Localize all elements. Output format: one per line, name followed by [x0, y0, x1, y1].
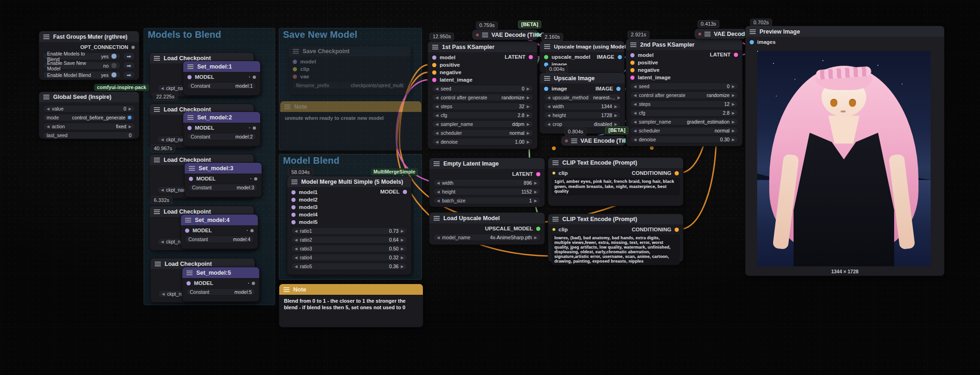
decrement-icon[interactable]: ◀ [547, 122, 550, 126]
menu-icon[interactable] [284, 106, 290, 107]
decrement-icon[interactable]: ◀ [295, 229, 297, 233]
widget-row[interactable]: ◀ width 1344 ▶ [544, 103, 621, 110]
widget-row[interactable]: ◀ ratio5 0.36 ▶ [291, 263, 407, 270]
node-header[interactable]: CLIP Text Encode (Prompt) [548, 214, 683, 224]
increment-icon[interactable]: ▶ [527, 122, 530, 126]
decrement-icon[interactable]: ◀ [295, 238, 297, 242]
increment-icon[interactable]: ▶ [732, 93, 735, 97]
increment-icon[interactable]: ▶ [401, 238, 404, 242]
input-port-dot[interactable] [291, 198, 296, 202]
decrement-icon[interactable]: ◀ [634, 102, 636, 106]
input-port-dot[interactable] [291, 220, 296, 224]
input-port-dot[interactable] [432, 63, 436, 67]
widget-row[interactable]: ◀ upscale_method nearest-... ▶ [544, 94, 621, 101]
widget-row[interactable]: ◀ sampler_name ddpm ▶ [432, 120, 533, 128]
widget-row[interactable]: ◀ scheduler normal ▶ [630, 127, 738, 134]
output-port-dot[interactable] [254, 177, 257, 181]
menu-icon[interactable] [750, 31, 756, 32]
decrement-icon[interactable]: ◀ [547, 113, 550, 118]
widget-row[interactable]: ◀ cfg 2.8 ▶ [630, 109, 738, 117]
decrement-icon[interactable]: ◀ [437, 199, 440, 203]
menu-icon[interactable] [704, 34, 711, 35]
decrement-icon[interactable]: ◀ [295, 256, 297, 260]
output-port-dot[interactable] [253, 76, 256, 79]
node-set-model-2[interactable]: Set_model:2 MODEL· Constantmodel:2 [183, 111, 261, 146]
output-port-dot[interactable] [618, 55, 622, 59]
increment-icon[interactable]: ▶ [527, 96, 530, 100]
input-port-dot[interactable] [291, 190, 296, 194]
node-header[interactable]: Upscale Image (using Model) [540, 41, 624, 52]
node-header[interactable]: Set_model:4 [181, 215, 258, 225]
decrement-icon[interactable]: ◀ [437, 190, 440, 194]
widget-row[interactable]: ◀ ratio3 0.50 ▶ [291, 245, 407, 252]
node-header[interactable]: 2nd Pass KSampler [626, 39, 742, 50]
node-clip-encode-negative[interactable]: CLIP Text Encode (Prompt) clip CONDITION… [548, 214, 683, 262]
output-port-dot[interactable] [403, 190, 407, 194]
node-header[interactable]: 1st Pass KSampler [428, 42, 537, 52]
menu-icon[interactable] [571, 140, 577, 141]
widget-row[interactable]: ◀ height 1152 ▶ [433, 188, 541, 195]
node-header[interactable]: Set_model:3 [185, 163, 262, 174]
input-port-dot[interactable] [293, 67, 297, 71]
model-input-dot[interactable] [189, 177, 193, 181]
widget-row[interactable]: ◀ width 896 ▶ [433, 179, 541, 187]
output-port-dot[interactable] [734, 53, 738, 57]
input-port-dot[interactable] [432, 70, 436, 75]
node-set-model-5[interactable]: Set_model:5 MODEL· Constantmodel:5 [182, 267, 260, 302]
input-port-dot[interactable] [432, 56, 436, 60]
increment-icon[interactable]: ▶ [401, 264, 404, 269]
muter-arrow-button[interactable]: ➡ [123, 62, 135, 69]
increment-icon[interactable]: ▶ [129, 125, 131, 129]
widget-row[interactable]: ◀ denoise 1.00 ▶ [432, 138, 533, 146]
menu-icon[interactable] [293, 51, 299, 52]
menu-icon[interactable] [552, 162, 559, 163]
clip-input-dot[interactable] [552, 172, 555, 174]
menu-icon[interactable] [154, 211, 160, 212]
widget-row[interactable]: ◀ height 1728 ▶ [544, 111, 621, 119]
decrement-icon[interactable]: ◀ [161, 86, 164, 90]
widget-row[interactable]: ◀ seed 0 ▶ [630, 83, 738, 90]
decrement-icon[interactable]: ◀ [437, 236, 440, 240]
output-port-dot[interactable] [536, 172, 540, 176]
widget-row[interactable]: ◀ steps 32 ▶ [432, 103, 533, 110]
widget-row[interactable]: ◀ denoise 0.30 ▶ [630, 136, 738, 143]
seed-value-widget[interactable]: ◀ value 0 ▶ [43, 105, 135, 112]
muter-toggle-dot[interactable] [111, 72, 117, 77]
menu-icon[interactable] [154, 58, 160, 59]
widget-row[interactable]: ◀ control after generate randomize ▶ [630, 91, 738, 99]
last-seed-widget[interactable]: last_seed 0 [43, 132, 135, 139]
decrement-icon[interactable]: ◀ [634, 84, 636, 89]
menu-icon[interactable] [482, 35, 488, 35]
increment-icon[interactable]: ▶ [527, 104, 530, 109]
node-global-seed[interactable]: Global Seed (Inspire) ◀ value 0 ▶ mode c… [39, 91, 139, 139]
node-header[interactable]: Set_model:2 [183, 112, 260, 123]
menu-icon[interactable] [43, 36, 49, 37]
menu-icon[interactable] [283, 289, 290, 290]
decrement-icon[interactable]: ◀ [547, 104, 550, 109]
node-set-model-1[interactable]: Set_model:1 MODEL· Constantmodel:1 [183, 61, 261, 96]
group-title[interactable]: Model Blend [279, 154, 421, 167]
menu-icon[interactable] [154, 160, 160, 160]
increment-icon[interactable]: ▶ [732, 102, 735, 106]
collapsed-input-dot[interactable] [476, 34, 479, 36]
model-input-dot[interactable] [187, 75, 192, 79]
decrement-icon[interactable]: ◀ [437, 181, 440, 185]
input-port-dot[interactable] [432, 78, 436, 82]
node-save-checkpoint[interactable]: Save Checkpoint model clip vae filename_… [288, 46, 411, 95]
increment-icon[interactable]: ▶ [732, 138, 735, 142]
increment-icon[interactable]: ▶ [534, 199, 537, 203]
increment-icon[interactable]: ▶ [527, 131, 530, 135]
increment-icon[interactable]: ▶ [527, 140, 530, 144]
decrement-icon[interactable]: ◀ [634, 138, 636, 142]
decrement-icon[interactable]: ◀ [634, 111, 636, 115]
increment-icon[interactable]: ▶ [614, 113, 617, 118]
menu-icon[interactable] [155, 264, 161, 264]
output-port-dot[interactable] [250, 229, 254, 232]
collapsed-output-dot[interactable] [536, 33, 540, 37]
increment-icon[interactable]: ▶ [732, 129, 735, 133]
input-port-dot[interactable] [291, 213, 296, 217]
decrement-icon[interactable]: ◀ [634, 93, 636, 97]
muter-toggle-dot[interactable] [111, 63, 117, 68]
constant-widget[interactable]: Constantmodel:2 [187, 133, 256, 140]
model-input-dot[interactable] [186, 281, 191, 285]
